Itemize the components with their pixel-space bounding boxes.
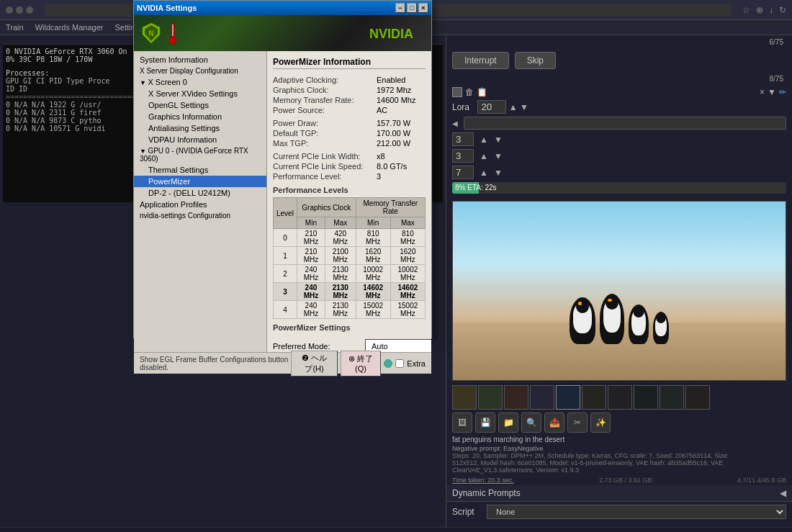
value-stepper-down-2[interactable]: ▼	[494, 151, 503, 161]
value-input-2[interactable]	[452, 149, 474, 163]
row0-gc-min: 210 MHz	[297, 229, 325, 247]
default-tgp-label: Default TGP:	[273, 129, 374, 137]
row0-mtr-max: 810 MHz	[390, 229, 425, 247]
value-stepper-up-2[interactable]: ▲	[480, 151, 488, 161]
edit-icon[interactable]: ✏	[779, 87, 786, 97]
sidebar-item-xserver-display[interactable]: X Server Display Configuration	[134, 66, 266, 76]
value-stepper-down-3[interactable]: ▼	[494, 168, 503, 178]
sidebar-group-gpu0[interactable]: GPU 0 - (NVIDIA GeForce RTX 3060)	[134, 145, 266, 164]
skip-button[interactable]: Skip	[515, 52, 556, 69]
table-row-3-active: 3 240 MHz 2130 MHz 14602 MHz 14602 MHz	[274, 283, 426, 301]
row2-gc-min: 240 MHz	[297, 265, 325, 283]
action-btn-3[interactable]: 🔍	[521, 412, 541, 433]
row1-mtr-min: 1620 MHz	[356, 247, 390, 265]
browser-download-icon[interactable]: ↓	[769, 5, 773, 15]
thumb-9[interactable]	[685, 385, 710, 410]
value-stepper-up-1[interactable]: ▲	[480, 135, 488, 145]
thumb-4[interactable]	[556, 385, 580, 410]
action-btn-4[interactable]: 📤	[544, 412, 564, 433]
dot-maximize[interactable]	[26, 6, 33, 14]
action-btn-6[interactable]: ✨	[590, 412, 611, 433]
default-tgp-value: 170.00 W	[377, 129, 410, 137]
penguin-3	[629, 305, 649, 344]
extra-checkbox[interactable]	[395, 359, 404, 368]
dot-minimize[interactable]	[16, 6, 23, 14]
table-row-4: 4 240 MHz 2130 MHz 15002 MHz 15002 MHz	[274, 301, 426, 319]
browser-star-icon[interactable]: ☆	[742, 5, 750, 15]
dynamic-prompts-section: Dynamic Prompts ◀	[446, 485, 792, 502]
help-button[interactable]: ❷ ヘルプ(H)	[291, 351, 337, 377]
sidebar-item-system-info[interactable]: System Information	[134, 54, 266, 66]
lora-stepper-up[interactable]: ▲	[509, 102, 518, 112]
interrupt-button[interactable]: Interrupt	[452, 52, 509, 69]
power-source-value: AC	[377, 106, 387, 114]
copy-icon[interactable]: 📋	[477, 87, 487, 97]
progress-bar: 8% ETA: 22s	[452, 182, 786, 194]
slider-1[interactable]	[464, 117, 786, 130]
nav-wildcards[interactable]: Wildcards Manager	[35, 23, 104, 32]
performance-level-value: 3	[377, 172, 381, 181]
browser-refresh-icon[interactable]: ↻	[779, 5, 786, 15]
dynamic-prompts-arrow[interactable]: ◀	[780, 488, 786, 498]
action-btn-5[interactable]: ✂	[567, 412, 588, 433]
action-btn-1[interactable]: 💾	[475, 412, 495, 433]
action-btn-2[interactable]: 📁	[498, 412, 518, 433]
action-btn-0[interactable]: 🖼	[452, 412, 472, 433]
sidebar-item-powermizer[interactable]: PowerMizer	[134, 176, 266, 187]
dropdown-arrow[interactable]: ▼	[768, 87, 776, 97]
pcie-link-width-value: x8	[377, 152, 385, 161]
sidebar-item-antialiasing[interactable]: Antialiasing Settings	[134, 122, 266, 134]
window-close-btn[interactable]: ×	[418, 3, 428, 13]
generated-image[interactable]	[452, 201, 786, 381]
lora-stepper-down[interactable]: ▼	[520, 102, 528, 112]
svg-point-4	[169, 37, 176, 44]
thumb-0[interactable]	[452, 385, 477, 410]
trash-icon[interactable]: 🗑	[465, 87, 474, 97]
sidebar-item-opengl[interactable]: OpenGL Settings	[134, 99, 266, 111]
performance-levels-table: Level Graphics Clock Memory Transfer Rat…	[273, 197, 426, 319]
thumb-6[interactable]	[608, 385, 632, 410]
script-select[interactable]: None	[487, 505, 786, 519]
window-maximize-btn[interactable]: □	[407, 3, 417, 13]
value-input-1[interactable]	[452, 132, 474, 146]
value-input-3[interactable]	[452, 166, 474, 179]
sidebar-item-nvidia-config[interactable]: nvidia-settings Configuration	[134, 210, 266, 221]
control-row-1: ◀	[446, 115, 792, 131]
graphics-clock-label: Graphics Clock:	[273, 86, 374, 94]
dot-close[interactable]	[6, 6, 13, 14]
value-stepper-down-1[interactable]: ▼	[494, 135, 503, 145]
sidebar-item-xvideo[interactable]: X Server XVideo Settings	[134, 88, 266, 99]
thumb-3[interactable]	[530, 385, 554, 410]
thumb-2[interactable]	[504, 385, 528, 410]
control-row-3: ▲ ▼	[446, 148, 792, 164]
browser-bookmark-icon[interactable]: ⊕	[756, 5, 763, 15]
window-minimize-btn[interactable]: −	[395, 3, 405, 13]
thumb-7[interactable]	[634, 385, 658, 410]
penguin-1	[570, 297, 595, 344]
sidebar-item-graphics-info[interactable]: Graphics Information	[134, 111, 266, 122]
svg-text:N: N	[148, 30, 153, 37]
dynamic-prompts-label: Dynamic Prompts	[452, 488, 521, 498]
progress-label: 8% ETA: 22s	[455, 182, 497, 194]
lora-input[interactable]	[477, 100, 506, 114]
info-row-max-tgp: Max TGP: 212.00 W	[273, 138, 426, 148]
thumb-1[interactable]	[478, 385, 503, 410]
window-control-buttons: − □ ×	[395, 3, 428, 13]
sidebar-group-xscreen0[interactable]: X Screen 0	[134, 76, 266, 88]
sidebar-item-app-profiles[interactable]: Application Profiles	[134, 199, 266, 210]
performance-level-label: Performance Level:	[273, 172, 374, 181]
main-image-area	[446, 198, 792, 384]
sidebar-item-dp2[interactable]: DP-2 - (DELL U2412M)	[134, 187, 266, 199]
close-button[interactable]: ⊗ 終了(Q)	[341, 351, 382, 377]
sidebar-item-vdpau[interactable]: VDPAU Information	[134, 134, 266, 145]
thumb-5[interactable]	[582, 385, 606, 410]
checkbox-icon[interactable]	[452, 87, 462, 97]
row3-mtr-min: 14602 MHz	[356, 283, 390, 301]
sidebar-item-thermal[interactable]: Thermal Settings	[134, 164, 266, 176]
nvidia-main-panel: PowerMizer Information Adaptive Clocking…	[267, 51, 431, 352]
value-stepper-up-3[interactable]: ▲	[480, 168, 488, 178]
nav-train[interactable]: Train	[6, 23, 24, 32]
thumb-8[interactable]	[660, 385, 684, 410]
caption-area: fat penguins marching in the desert Nega…	[446, 434, 792, 475]
row1-gc-min: 210 MHz	[297, 247, 325, 265]
